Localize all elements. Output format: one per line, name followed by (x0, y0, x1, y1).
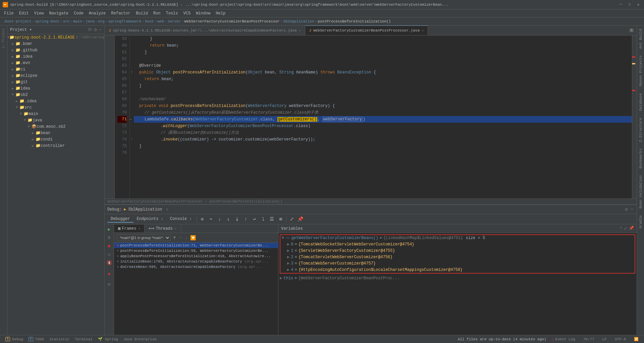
menu-refactor[interactable]: Refactor (108, 10, 133, 16)
debug-restore-icon[interactable]: ⤢ (288, 215, 296, 223)
status-event-log[interactable]: ⚠ Event Log (549, 337, 578, 341)
right-tab-bookmarks[interactable]: Bookmarks (638, 145, 644, 172)
vars-pin-icon[interactable]: 📌 (629, 226, 634, 231)
frame-item-0[interactable]: ● postProcessBeforeInitialization:71, We… (114, 243, 278, 248)
project-config-icon[interactable]: ⚙ (94, 27, 97, 33)
menu-help[interactable]: Help (213, 10, 228, 16)
debug-step-out-icon[interactable]: ↑ (242, 215, 250, 223)
right-tab-ant[interactable]: Ant Build (638, 25, 644, 52)
tree-ci[interactable]: ▶ 📁 ci (7, 66, 104, 72)
var-expand-1[interactable]: ▶ (287, 248, 289, 253)
frame-item-1[interactable]: ● postProcessBeforeInitialization:58, We… (114, 248, 278, 253)
debug-mute-btn[interactable]: 🔇 (106, 259, 113, 267)
tree-controller[interactable]: ▶ 📁 controller (7, 142, 104, 149)
debug-frames-back-icon[interactable]: ↩ (251, 215, 259, 223)
frame-item-2[interactable]: ● applyBeanPostProcessorsBeforeInitializ… (114, 253, 278, 259)
debug-step-into-icon[interactable]: ↓ (216, 215, 224, 223)
frames-down-icon[interactable]: ↓ (185, 235, 187, 240)
breadcrumb-boot[interactable]: boot (145, 19, 154, 23)
minimize-button[interactable]: ─ (618, 2, 624, 8)
status-todo[interactable]: 6 TODO (26, 337, 47, 341)
status-debug[interactable]: 5 Debug (3, 337, 26, 341)
vars-add-icon[interactable]: + (620, 226, 622, 231)
tree-bomr[interactable]: ▶ 📁 .bomr (7, 41, 104, 47)
menu-vcs[interactable]: VCS (181, 10, 194, 16)
debug-settings2-btn[interactable]: ⚙ (106, 281, 113, 288)
right-tab-gradle[interactable]: Gradle (638, 212, 644, 232)
menu-build[interactable]: Build (133, 10, 151, 16)
var-child-3[interactable]: ▶ 3 = {TomcatWebServerCustomizer@4757} (280, 260, 635, 267)
maximize-button[interactable]: □ (627, 2, 633, 8)
close-button[interactable]: ✕ (635, 2, 641, 8)
tree-idea2[interactable]: ▶ 📁 idea (7, 85, 104, 92)
tree-eclipse[interactable]: ▶ 📁 eclipse (7, 72, 104, 79)
var-expand-next[interactable]: ▶ (280, 276, 282, 281)
debug-step-over-icon[interactable]: ↷ (207, 215, 215, 223)
right-tab-bean-val[interactable]: Bean Validation (638, 172, 644, 212)
debug-resume-btn[interactable]: ▶ (106, 226, 113, 233)
breadcrumb-main[interactable]: main (73, 19, 82, 23)
breadcrumb-server[interactable]: server (168, 19, 181, 23)
menu-view[interactable]: View (32, 10, 47, 16)
var-expand-0[interactable]: ▶ (287, 242, 289, 247)
breadcrumb-springframework[interactable]: springframework (108, 19, 142, 23)
frames-up-icon[interactable]: ↑ (179, 235, 182, 240)
tree-main[interactable]: ▼ 📁 main (7, 111, 104, 117)
status-linesep[interactable]: LF (600, 337, 609, 341)
frames-copy-icon[interactable]: 🔽 (190, 235, 196, 241)
tree-idea[interactable]: ▶ 📁 .idea (7, 53, 104, 60)
debug-pin-icon[interactable]: 📌 (297, 215, 305, 223)
debug-rerun-btn[interactable]: ↺ (106, 251, 113, 258)
status-encoding[interactable]: UTF-8 (612, 337, 629, 341)
breadcrumb-boot-project[interactable]: .boot-project (3, 19, 32, 23)
breadcrumb-src[interactable]: src (63, 19, 70, 23)
var-root[interactable]: ▼ ○○ getWebServerFactoryCustomizerBeans(… (280, 235, 635, 241)
threads-dropdown-icon[interactable]: ▾ (175, 227, 177, 231)
debug-step-into-my-icon[interactable]: ⇓ (224, 215, 232, 223)
status-git[interactable]: 🔀 (631, 337, 641, 341)
threads-tab[interactable]: ⟺ Threads ▾ (145, 225, 181, 232)
tree-condi[interactable]: ▶ 📁 condi (7, 136, 104, 142)
status-statistic[interactable]: Statistic (47, 337, 72, 341)
tree-mvn[interactable]: ▶ 📁 .mvn (7, 60, 104, 66)
project-minus-icon[interactable]: ─ (99, 27, 102, 33)
tree-package[interactable]: ▼ 📦 com.mooc.sb2 (7, 123, 104, 130)
side-tab-1[interactable]: 1: Project (1, 25, 6, 51)
tree-bean[interactable]: ▶ 📁 bean (7, 130, 104, 136)
right-tab-maven[interactable]: Maven Projects (638, 52, 644, 90)
var-child-0[interactable]: ▶ 0 = {TomcatWebSocketServletWebServerCu… (280, 241, 635, 247)
var-expand-2[interactable]: ▶ (287, 254, 289, 260)
endpoints-tab[interactable]: Endpoints ↓ (133, 216, 167, 223)
breadcrumb-class[interactable]: WebServerFactoryCustomizerBeanPostProces… (184, 19, 280, 23)
frames-filter-icon[interactable]: ▼ (173, 235, 176, 240)
debug-settings-icon[interactable]: ⚙ (624, 207, 628, 212)
breadcrumb-web[interactable]: web (157, 19, 164, 23)
tree-java[interactable]: ▼ 📁 java (7, 117, 104, 123)
var-expand-3[interactable]: ▶ (287, 261, 289, 266)
var-next[interactable]: ▶ this = {WebServerFactoryCustomizerBean… (278, 275, 637, 281)
debug-stop-btn[interactable]: ■ (106, 242, 113, 250)
right-tab-structure[interactable]: Z-Structure (638, 114, 644, 146)
menu-window[interactable]: Window (193, 10, 213, 16)
project-sync-icon[interactable]: ⟳ (88, 27, 92, 33)
right-tab-database[interactable]: Database (638, 90, 644, 114)
tree-sb2-src[interactable]: ▼ 📁 src (7, 104, 104, 111)
tree-github[interactable]: ▶ 📁 .github (7, 47, 104, 53)
debug-breakpoint-btn[interactable]: ◉ (106, 270, 113, 277)
frame-item-4[interactable]: ● doCreateBean:595, AbstractAutowireCapa… (114, 264, 278, 270)
debugger-tab[interactable]: Debugger (107, 216, 133, 223)
debug-minimize-icon[interactable]: ─ (630, 207, 634, 212)
tree-git[interactable]: ▶ 📁 git (7, 79, 104, 85)
status-terminal[interactable]: Terminal (72, 337, 95, 341)
status-position[interactable]: 70:77 (581, 337, 597, 341)
menu-analyze[interactable]: Analyze (86, 10, 108, 16)
debug-force-step-icon[interactable]: ⤓ (233, 215, 241, 223)
menu-file[interactable]: File (1, 10, 16, 16)
breadcrumb-run-config[interactable]: Sb2Application (283, 19, 314, 23)
var-child-4[interactable]: ▶ 4 = {HttpEncodingAutoConfiguration$Loc… (280, 267, 635, 273)
menu-navigate[interactable]: Navigate (46, 10, 71, 16)
tree-sb2[interactable]: ▼ 📁 sb2 (7, 92, 104, 98)
frames-dropdown-icon[interactable]: ▾ (138, 227, 140, 231)
var-expand-root[interactable]: ▼ (282, 236, 284, 240)
debug-run-cursor-icon[interactable]: ⤵ (259, 215, 267, 223)
